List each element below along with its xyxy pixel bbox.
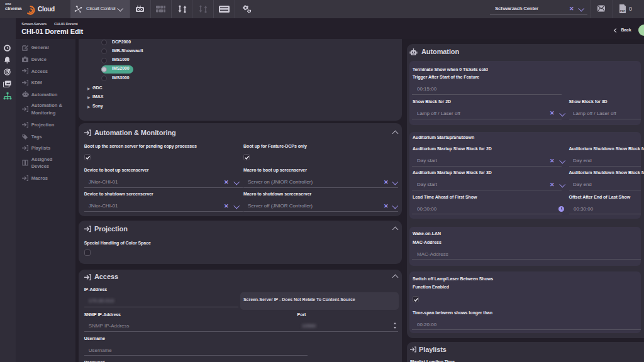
- svg-text:PDF: PDF: [620, 9, 626, 13]
